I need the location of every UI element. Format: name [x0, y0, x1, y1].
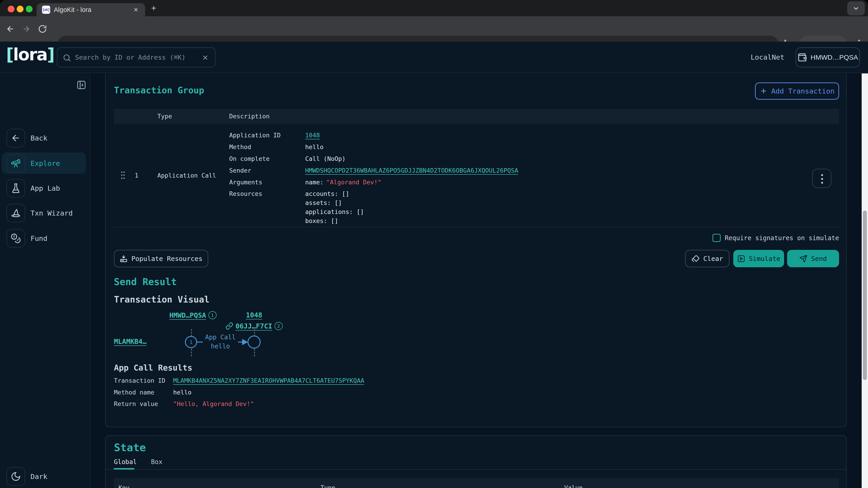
- page-scrollbar[interactable]: [862, 73, 868, 488]
- wallet-button[interactable]: HMWD…PQSA: [796, 47, 860, 67]
- require-signatures-row: Require signatures on simulate: [712, 233, 839, 243]
- page-title: Transaction Group: [114, 85, 204, 95]
- column-key: Key: [119, 478, 129, 488]
- sender-column-link[interactable]: HMWD…PQSA: [169, 311, 206, 319]
- resource-applications: applications: []: [305, 207, 364, 217]
- logo-bracket-close: ]: [47, 45, 54, 64]
- arrow-left-icon: [6, 129, 25, 147]
- traffic-light-zoom[interactable]: [26, 6, 33, 12]
- edge-label-type: App Call: [205, 333, 236, 342]
- favicon: [ak]: [42, 6, 50, 14]
- application-column-link[interactable]: 1048: [246, 311, 262, 319]
- download-tray-icon: [120, 255, 128, 263]
- plus-icon: [760, 87, 768, 95]
- row-index: 1: [135, 170, 138, 182]
- result-label: Method name: [114, 388, 173, 397]
- browser-window: [ak] AlgoKit - lora lora.algokit.io/loca…: [0, 0, 868, 488]
- app-account-link[interactable]: 06JJ…F7CI: [236, 322, 272, 330]
- field-label: On complete: [229, 155, 305, 162]
- state-table-header: Key Type Value: [114, 478, 839, 488]
- tab-box[interactable]: Box: [151, 457, 162, 469]
- browser-forward-icon[interactable]: [22, 24, 31, 33]
- state-card: State Global Box Key Type Value: [105, 435, 846, 488]
- app-call-results-title: App Call Results: [114, 363, 192, 372]
- field-label: Sender: [229, 167, 305, 174]
- tab-title: AlgoKit - lora: [54, 3, 91, 16]
- sender-address-link[interactable]: HMWDSHQCOPD2T36WBAHLAZ6PO5GDJJZBN4D2TODK…: [305, 167, 518, 174]
- tab-global[interactable]: Global: [114, 457, 137, 469]
- send-result-title: Send Result: [114, 276, 177, 287]
- group-position-badge: 1: [209, 311, 217, 319]
- lora-logo[interactable]: [lora]: [6, 45, 54, 64]
- transaction-id-link[interactable]: MLAMKB4ANXZ5NA2XY7ZNF3EAIROHVWPAB4A7CLT6…: [173, 376, 364, 385]
- sidebar-item-txn-wizard[interactable]: Txn Wizard: [6, 203, 73, 223]
- transaction-visual-title: Transaction Visual: [114, 294, 210, 304]
- sidebar-item-label: Explore: [31, 159, 60, 167]
- scrollbar-thumb[interactable]: [863, 210, 867, 380]
- browser-reload-icon[interactable]: [38, 24, 47, 33]
- wallet-icon: [798, 53, 807, 62]
- drag-handle-icon[interactable]: [119, 170, 127, 181]
- clear-label: Clear: [703, 255, 723, 263]
- populate-resources-button[interactable]: Populate Resources: [114, 250, 208, 267]
- sidebar-item-app-lab[interactable]: App Lab: [6, 179, 60, 198]
- clear-button[interactable]: Clear: [685, 250, 730, 267]
- close-tab-icon[interactable]: [133, 7, 139, 13]
- transaction-type: Application Call: [157, 170, 216, 182]
- browser-tab[interactable]: [ak] AlgoKit - lora: [37, 3, 145, 16]
- add-transaction-button[interactable]: Add Transaction: [755, 83, 839, 100]
- argument-name: name:: [305, 179, 323, 186]
- network-label[interactable]: LocalNet: [751, 41, 784, 73]
- table-row: 1 Application Call Application ID1048 Me…: [114, 124, 839, 227]
- method-value: hello: [305, 143, 323, 151]
- edge-label-method: hello: [205, 342, 236, 351]
- traffic-light-minimize[interactable]: [17, 6, 24, 12]
- sidebar-item-back[interactable]: Back: [6, 129, 48, 148]
- from-node-number: 1: [189, 339, 192, 345]
- to-node[interactable]: [248, 335, 260, 349]
- method-name-value: hello: [173, 388, 191, 397]
- column-value: Value: [564, 478, 583, 488]
- eraser-icon: [691, 255, 700, 263]
- search-clear-icon[interactable]: [202, 54, 209, 61]
- send-button[interactable]: Send: [787, 250, 839, 267]
- from-node[interactable]: 1: [185, 336, 197, 348]
- simulate-button[interactable]: Simulate: [733, 250, 784, 267]
- browser-chrome: [ak] AlgoKit - lora lora.algokit.io/loca…: [0, 0, 868, 41]
- logo-bracket-open: [: [6, 45, 13, 64]
- resources-values: accounts: [] assets: [] applications: []…: [305, 188, 364, 225]
- oncomplete-value: Call (NoOp): [305, 155, 346, 162]
- wizard-hat-icon: [6, 204, 25, 222]
- resource-accounts: accounts: []: [305, 189, 364, 198]
- require-signatures-label: Require signatures on simulate: [725, 234, 839, 242]
- row-menu-button[interactable]: [812, 169, 831, 188]
- state-tabs: Global Box: [105, 457, 846, 470]
- chevron-down-icon: [852, 4, 860, 12]
- traffic-light-close[interactable]: [8, 6, 14, 12]
- browser-back-icon[interactable]: [6, 24, 15, 33]
- square-play-icon: [737, 255, 745, 263]
- column-type: Type: [320, 478, 335, 488]
- require-signatures-checkbox[interactable]: [712, 234, 721, 242]
- result-label: Return value: [114, 399, 173, 409]
- send-plane-icon: [799, 255, 807, 263]
- app-header: [lora] LocalNet HMWD…PQSA: [0, 41, 868, 73]
- sidebar-item-explore[interactable]: Explore: [6, 154, 60, 173]
- main-content: Transaction Group Add Transaction Type D…: [90, 73, 868, 488]
- sidebar-collapse-button[interactable]: [76, 80, 87, 91]
- tab-search-button[interactable]: [847, 1, 865, 15]
- link-icon: [225, 322, 233, 330]
- panel-left-close-icon: [76, 80, 86, 90]
- sidebar-item-label: Txn Wizard: [31, 209, 73, 217]
- search-input[interactable]: [75, 48, 193, 67]
- application-id-link[interactable]: 1048: [305, 132, 320, 139]
- transaction-row-link[interactable]: MLAMKB4…: [114, 337, 147, 346]
- logo-text: lora: [13, 45, 47, 64]
- flask-icon: [6, 179, 25, 197]
- sidebar-item-label: Back: [31, 134, 48, 142]
- sidebar-item-theme[interactable]: Dark: [6, 467, 48, 486]
- new-tab-icon[interactable]: [150, 4, 157, 12]
- active-tab-underline: [114, 468, 134, 469]
- sidebar-item-fund[interactable]: Fund: [6, 229, 48, 248]
- column-description: Description: [229, 109, 270, 124]
